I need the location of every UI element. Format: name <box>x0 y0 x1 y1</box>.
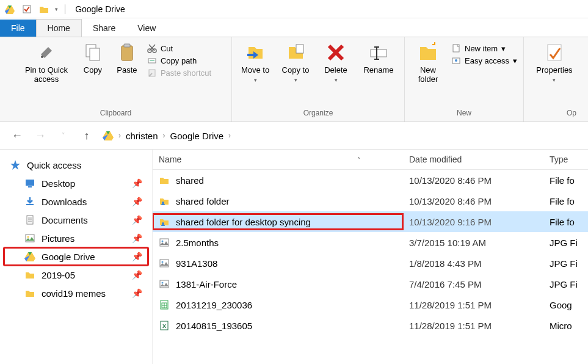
breadcrumb[interactable]: › christen › Google Drive › <box>103 130 231 141</box>
svg-rect-47 <box>160 260 169 267</box>
menu-tabs: File Home Share View <box>0 18 588 37</box>
column-type[interactable]: Type <box>543 150 588 169</box>
svg-point-4 <box>41 56 43 58</box>
sidebar-item-pictures[interactable]: Pictures📌 <box>4 229 148 247</box>
ribbon-group-clipboard: Pin to Quick access Copy Paste Cut <box>0 37 232 122</box>
file-name: 931A1308 <box>176 258 217 269</box>
pin-quick-access-button[interactable]: Pin to Quick access <box>20 41 73 84</box>
tab-share[interactable]: Share <box>82 20 126 37</box>
file-row[interactable]: shared folder10/13/2020 8:46 PMFile fo <box>153 191 588 211</box>
svg-marker-30 <box>10 160 20 170</box>
copy-path-icon <box>147 56 157 65</box>
file-name: shared folder for desktop syncing <box>176 217 311 227</box>
file-date: 10/13/2020 8:46 PM <box>403 194 543 209</box>
folder-icon[interactable] <box>38 3 50 15</box>
qat-dropdown-icon[interactable]: ▾ <box>55 6 58 12</box>
properties-icon <box>544 42 565 63</box>
cut-button[interactable]: Cut <box>147 43 211 53</box>
svg-point-25 <box>455 59 457 62</box>
file-row[interactable]: shared10/13/2020 8:46 PMFile fo <box>153 170 588 191</box>
sidebar-item-2019-05[interactable]: 2019-05📌 <box>4 266 148 284</box>
file-row[interactable]: 2.5months3/7/2015 10:19 AMJPG Fi <box>153 232 588 253</box>
paste-shortcut-button[interactable]: Paste shortcut <box>147 68 211 78</box>
main: Quick access Desktop📌Downloads📌Documents… <box>0 149 588 364</box>
breadcrumb-item[interactable]: christen <box>126 131 158 141</box>
gdrive-icon <box>4 3 16 15</box>
paste-button[interactable]: Paste <box>113 41 141 75</box>
gsheet-icon <box>159 299 170 310</box>
svg-rect-23 <box>453 45 459 52</box>
delete-button[interactable]: Delete ▾ <box>319 41 353 83</box>
breadcrumb-item[interactable]: Google Drive <box>170 131 224 141</box>
tab-home[interactable]: Home <box>36 19 82 37</box>
file-row[interactable]: X20140815_19360511/28/2019 1:51 PMMicro <box>153 315 588 336</box>
svg-rect-7 <box>122 46 132 60</box>
sidebar-item-desktop[interactable]: Desktop📌 <box>4 174 148 192</box>
new-item-button[interactable]: New item ▾ <box>451 43 517 53</box>
svg-rect-33 <box>26 204 34 205</box>
folder-icon <box>24 269 35 280</box>
column-name-label: Name <box>159 155 181 164</box>
file-name: shared folder <box>176 196 230 206</box>
copy-to-button[interactable]: Copy to ▾ <box>278 41 313 83</box>
back-arrow-icon[interactable]: ← <box>10 129 24 142</box>
svg-rect-19 <box>371 49 387 57</box>
pin-icon: 📌 <box>132 252 142 261</box>
svg-point-46 <box>162 241 164 242</box>
gdrive-icon <box>24 251 35 262</box>
svg-rect-32 <box>28 186 32 187</box>
file-type: Micro <box>543 318 588 333</box>
move-to-button[interactable]: Move to ▾ <box>238 41 272 83</box>
sharefolder-icon <box>159 216 170 227</box>
recent-dropdown-icon[interactable]: ˅ <box>56 132 71 140</box>
sidebar-item-documents[interactable]: Documents📌 <box>4 211 148 229</box>
svg-rect-45 <box>160 239 169 246</box>
desktop-icon <box>24 178 35 189</box>
move-to-icon <box>245 42 266 63</box>
file-row[interactable]: 1381-Air-Force7/4/2016 7:45 PMJPG Fi <box>153 274 588 294</box>
check-icon[interactable] <box>21 3 33 15</box>
rename-button[interactable]: Rename <box>359 41 398 75</box>
sidebar-item-google-drive[interactable]: Google Drive📌 <box>4 247 148 266</box>
sidebar-item-label: Documents <box>42 215 88 225</box>
file-row[interactable]: 931A13081/8/2018 4:43 PMJPG Fi <box>153 253 588 274</box>
forward-arrow-icon[interactable]: → <box>33 129 48 142</box>
chevron-right-icon[interactable]: › <box>163 131 165 140</box>
svg-rect-8 <box>124 44 130 47</box>
column-date[interactable]: Date modified <box>403 150 543 169</box>
file-type: File fo <box>543 194 588 209</box>
pin-icon: 📌 <box>132 215 142 225</box>
sidebar-item-downloads[interactable]: Downloads📌 <box>4 192 148 211</box>
rename-label: Rename <box>363 65 393 75</box>
sort-ascending-icon: ˄ <box>357 156 360 163</box>
column-name[interactable]: Name ˄ <box>153 150 403 169</box>
svg-rect-38 <box>26 235 34 242</box>
sidebar-item-covid19-memes[interactable]: covid19 memes📌 <box>4 284 148 302</box>
folder-icon <box>24 288 35 299</box>
file-type: File fo <box>543 173 588 188</box>
file-row[interactable]: shared folder for desktop syncing10/13/2… <box>153 211 588 232</box>
file-name: 2.5months <box>176 238 219 248</box>
tab-view[interactable]: View <box>126 20 167 37</box>
pin-icon: 📌 <box>132 270 142 280</box>
chevron-down-icon: ▾ <box>335 77 338 83</box>
copy-button[interactable]: Copy <box>79 41 107 75</box>
properties-button[interactable]: Properties ▾ <box>530 41 579 83</box>
sidebar-quick-access[interactable]: Quick access <box>4 156 148 174</box>
file-name: 20140815_193605 <box>176 321 252 331</box>
copy-label: Copy <box>84 65 102 75</box>
chevron-right-icon[interactable]: › <box>118 131 121 140</box>
easy-access-button[interactable]: Easy access ▾ <box>451 56 517 65</box>
file-row[interactable]: 20131219_23003611/28/2019 1:51 PMGoog <box>153 294 588 315</box>
easy-access-label: Easy access <box>465 56 509 65</box>
copy-path-button[interactable]: Copy path <box>147 56 211 65</box>
sidebar: Quick access Desktop📌Downloads📌Documents… <box>0 150 153 364</box>
up-arrow-icon[interactable]: ↑ <box>79 129 94 142</box>
easy-access-icon <box>451 56 461 65</box>
new-folder-button[interactable]: New folder <box>411 41 445 84</box>
pin-icon: 📌 <box>132 233 142 243</box>
pin-icon: 📌 <box>132 197 142 206</box>
sidebar-item-label: Desktop <box>42 178 75 189</box>
tab-file[interactable]: File <box>0 20 36 37</box>
chevron-right-icon[interactable]: › <box>228 131 231 140</box>
